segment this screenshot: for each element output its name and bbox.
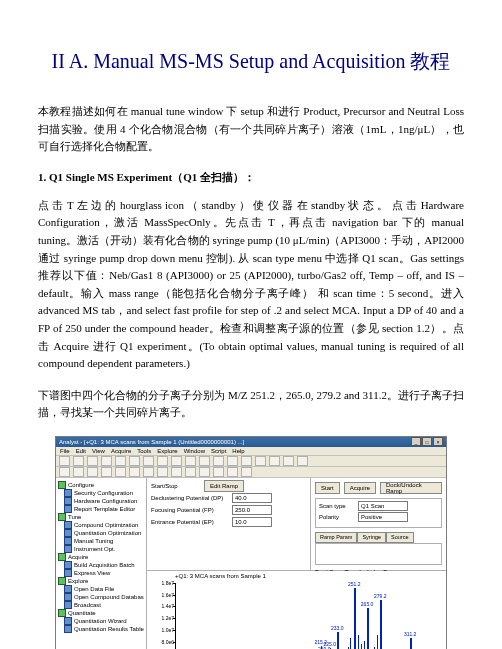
peak-label: 265.0 [361, 601, 374, 607]
y-tick-label: 1.2e7 [156, 615, 174, 621]
toolbar-button[interactable] [101, 456, 112, 466]
tree-item[interactable]: Open Compound Database [58, 593, 144, 601]
toolbar-button[interactable] [241, 467, 252, 477]
mass-spectrum-chart[interactable]: +Q1: 3 MCA scans from Sample 1 0.02.0e64… [147, 571, 446, 649]
menu-acquire[interactable]: Acquire [111, 448, 131, 454]
page-title: II A. Manual MS-MS Setup and Acquisition… [38, 48, 464, 75]
navigation-tree[interactable]: ConfigureSecurity ConfigurationHardware … [56, 478, 147, 649]
tree-item[interactable]: Compound Optimization [58, 521, 144, 529]
toolbar-button[interactable] [185, 467, 196, 477]
param-input[interactable]: 250.0 [232, 505, 272, 515]
tree-item[interactable]: Tune [58, 513, 144, 521]
toolbar-button[interactable] [241, 456, 252, 466]
edit-ramp-button[interactable]: Edit Ramp [204, 480, 244, 492]
toolbar-button[interactable] [87, 467, 98, 477]
tree-item[interactable]: Build Acquisition Batch [58, 561, 144, 569]
tree-item[interactable]: Security Configuration [58, 489, 144, 497]
start-stop-row: Start/Stop Edit Ramp [151, 482, 306, 491]
dock-undock-ramp-button[interactable]: Dock/Undock Ramp [380, 482, 442, 494]
toolbar-button[interactable] [129, 467, 140, 477]
toolbar-button[interactable] [87, 456, 98, 466]
tree-item-label: Broadcast [74, 602, 101, 608]
toolbar-button[interactable] [143, 467, 154, 477]
scan-type-select[interactable]: Q1 Scan [358, 501, 408, 511]
folder-icon [64, 537, 72, 545]
tree-item[interactable]: Explore [58, 577, 144, 585]
param-input[interactable]: 40.0 [232, 493, 272, 503]
toolbar-button[interactable] [297, 456, 308, 466]
folder-icon [64, 545, 72, 553]
toolbar-button[interactable] [199, 456, 210, 466]
spectrum-peak [377, 635, 378, 649]
toolbar-button[interactable] [115, 456, 126, 466]
body-paragraph-3: 下谱图中四个化合物的分子离子分别为 M/Z 251.2，265.0, 279.2… [38, 387, 464, 422]
toolbar-button[interactable] [185, 456, 196, 466]
toolbar-button[interactable] [171, 467, 182, 477]
menu-script[interactable]: Script [211, 448, 226, 454]
toolbar-2[interactable] [56, 467, 446, 478]
toolbar-button[interactable] [73, 456, 84, 466]
tab-ramp-param[interactable]: Ramp Param [315, 532, 357, 543]
toolbar-button[interactable] [101, 467, 112, 477]
tree-item[interactable]: Configure [58, 481, 144, 489]
tree-item[interactable]: Quantitation Results Table [58, 625, 144, 633]
window-titlebar[interactable]: Analyst - [+Q1: 3 MCA scans from Sample … [56, 437, 446, 447]
menu-bar[interactable]: FileEditViewAcquireToolsExploreWindowScr… [56, 447, 446, 456]
tree-item[interactable]: Broadcast [58, 601, 144, 609]
tree-item[interactable]: Instrument Opt. [58, 545, 144, 553]
toolbar-button[interactable] [59, 467, 70, 477]
tree-item[interactable]: Quantitation Optimization [58, 529, 144, 537]
tree-item[interactable]: Quantitate [58, 609, 144, 617]
toolbar-button[interactable] [199, 467, 210, 477]
toolbar-button[interactable] [269, 456, 280, 466]
toolbar-button[interactable] [157, 456, 168, 466]
analyst-app-window: Analyst - [+Q1: 3 MCA scans from Sample … [55, 436, 447, 649]
tab-syringe[interactable]: Syringe [357, 532, 386, 543]
window-title-text: Analyst - [+Q1: 3 MCA scans from Sample … [59, 439, 411, 445]
polarity-select[interactable]: Positive [358, 512, 408, 522]
tree-item-label: Configure [68, 482, 94, 488]
start-button[interactable]: Start [315, 482, 340, 494]
tree-item[interactable]: Hardware Configuration [58, 497, 144, 505]
toolbar-button[interactable] [157, 467, 168, 477]
toolbar-button[interactable] [59, 456, 70, 466]
tree-item[interactable]: Quantitation Wizard [58, 617, 144, 625]
menu-edit[interactable]: Edit [76, 448, 86, 454]
section-heading-1: 1. Q1 Single MS Experiment（Q1 全扫描）： [38, 170, 464, 185]
toolbar-button[interactable] [227, 456, 238, 466]
polarity-label: Polarity [319, 514, 355, 520]
tree-item[interactable]: Report Template Editor [58, 505, 144, 513]
toolbar-button[interactable] [73, 467, 84, 477]
tree-item[interactable]: Express View [58, 569, 144, 577]
toolbar-button[interactable] [283, 456, 294, 466]
tree-item[interactable]: Acquire [58, 553, 144, 561]
menu-view[interactable]: View [92, 448, 105, 454]
toolbar-button[interactable] [227, 467, 238, 477]
close-button[interactable]: × [433, 437, 443, 446]
tree-item[interactable]: Manual Tuning [58, 537, 144, 545]
minimize-button[interactable]: _ [411, 437, 421, 446]
toolbar-button[interactable] [129, 456, 140, 466]
menu-window[interactable]: Window [184, 448, 205, 454]
param-input[interactable]: 10.0 [232, 517, 272, 527]
toolbar-button[interactable] [255, 456, 266, 466]
spectrum-peak-major [337, 632, 339, 649]
tab-source[interactable]: Source [386, 532, 413, 543]
param-label: Declustering Potential (DP) [151, 495, 229, 501]
acquire-button[interactable]: Acquire [344, 482, 376, 494]
toolbar-button[interactable] [213, 467, 224, 477]
tree-item[interactable]: Open Data File [58, 585, 144, 593]
y-tick-label: 8.0e6 [156, 639, 174, 645]
menu-help[interactable]: Help [232, 448, 244, 454]
toolbar-button[interactable] [115, 467, 126, 477]
toolbar-button[interactable] [171, 456, 182, 466]
menu-tools[interactable]: Tools [137, 448, 151, 454]
toolbar-1[interactable] [56, 456, 446, 467]
compound-parameters-panel: Start/Stop Edit Ramp Declustering Potent… [147, 478, 311, 570]
toolbar-button[interactable] [213, 456, 224, 466]
maximize-button[interactable]: □ [422, 437, 432, 446]
tree-item-label: Quantitation Results Table [74, 626, 144, 632]
menu-file[interactable]: File [60, 448, 70, 454]
menu-explore[interactable]: Explore [157, 448, 177, 454]
toolbar-button[interactable] [143, 456, 154, 466]
